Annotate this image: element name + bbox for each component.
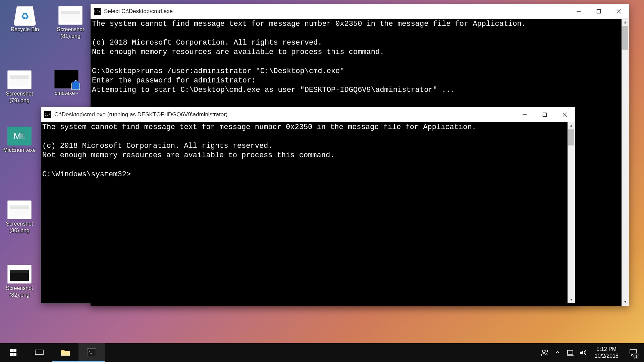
- scrollbar[interactable]: ▲ ▼: [622, 19, 629, 306]
- minimize-button[interactable]: [569, 4, 589, 19]
- tray-overflow-button[interactable]: [552, 343, 563, 362]
- console-output[interactable]: The system cannot find message text for …: [41, 122, 575, 303]
- svg-rect-11: [13, 353, 16, 356]
- recycle-bin-icon: [13, 6, 37, 25]
- desktop-icon-micenum[interactable]: ME MicEnum.exe: [3, 127, 36, 154]
- minimize-button[interactable]: [515, 107, 535, 122]
- desktop-icon-label: Screenshot (80).png: [3, 221, 36, 234]
- scrollbar[interactable]: ▲ ▼: [568, 122, 575, 303]
- taskbar[interactable]: >_ 5:12 PM 10/2/2018 1: [0, 343, 644, 362]
- desktop-icon-screenshot-82[interactable]: Screenshot (82).png: [3, 265, 36, 298]
- cmd-icon: C:\: [94, 8, 101, 15]
- image-file-icon: [7, 200, 32, 219]
- svg-rect-12: [35, 350, 43, 355]
- start-button[interactable]: [0, 343, 26, 362]
- desktop-icon-screenshot-79[interactable]: Screenshot (79).png: [3, 70, 36, 104]
- close-button[interactable]: [555, 107, 575, 122]
- clock-time: 5:12 PM: [595, 346, 619, 353]
- window-title: Select C:\Desktop\cmd.exe: [104, 8, 173, 15]
- svg-rect-5: [543, 113, 547, 116]
- window-title: C:\Desktop\cmd.exe (running as DESKTOP-I…: [54, 111, 227, 118]
- scroll-down-button[interactable]: ▼: [622, 298, 629, 306]
- image-file-icon: [7, 265, 32, 284]
- cmd-shortcut-icon: [54, 70, 78, 88]
- taskbar-file-explorer[interactable]: [52, 343, 78, 362]
- svg-rect-9: [13, 349, 16, 352]
- desktop-icon-label: Screenshot (81).png: [54, 26, 87, 40]
- scroll-up-button[interactable]: ▲: [622, 19, 629, 26]
- desktop-icon-label: Recycle Bin: [8, 26, 42, 33]
- notification-badge: 1: [633, 353, 639, 359]
- svg-text:>_: >_: [89, 350, 93, 354]
- desktop-icon-label: Screenshot (82).png: [3, 285, 36, 298]
- desktop-icon-screenshot-80[interactable]: Screenshot (80).png: [3, 200, 36, 234]
- maximize-button[interactable]: [535, 107, 555, 122]
- image-file-icon: [58, 6, 83, 25]
- taskbar-clock[interactable]: 5:12 PM 10/2/2018: [590, 346, 623, 359]
- cmd-window-2-admin[interactable]: C:\ C:\Desktop\cmd.exe (running as DESKT…: [41, 107, 575, 303]
- desktop-icon-label: Screenshot (79).png: [3, 90, 36, 104]
- desktop-icon-screenshot-81[interactable]: Screenshot (81).png: [54, 6, 87, 40]
- scroll-thumb[interactable]: [568, 129, 574, 145]
- svg-point-17: [542, 350, 545, 353]
- titlebar[interactable]: C:\ Select C:\Desktop\cmd.exe: [91, 4, 629, 19]
- scroll-track[interactable]: [622, 26, 629, 298]
- desktop-icon-label: cmd.exe -: [50, 90, 83, 97]
- image-file-icon: [7, 70, 32, 89]
- svg-point-18: [546, 350, 548, 352]
- action-center-button[interactable]: 1: [625, 343, 642, 362]
- cmd-icon: C:\: [44, 111, 51, 118]
- maximize-button[interactable]: [589, 4, 609, 19]
- svg-rect-19: [568, 350, 573, 354]
- desktop-icon-label: MicEnum.exe: [3, 147, 36, 154]
- desktop-icon-cmd-shortcut[interactable]: cmd.exe -: [50, 70, 83, 97]
- scroll-thumb[interactable]: [622, 26, 628, 50]
- taskbar-cmd[interactable]: >_: [78, 343, 105, 362]
- scroll-up-button[interactable]: ▲: [568, 122, 575, 129]
- task-view-button[interactable]: [26, 343, 52, 362]
- close-button[interactable]: [609, 4, 629, 19]
- people-icon[interactable]: [539, 343, 550, 362]
- scroll-down-button[interactable]: ▼: [568, 296, 575, 303]
- micenum-icon: ME: [7, 127, 32, 145]
- network-icon[interactable]: [565, 343, 576, 362]
- clock-date: 10/2/2018: [595, 353, 619, 359]
- svg-rect-8: [10, 349, 13, 352]
- volume-icon[interactable]: [577, 343, 589, 362]
- svg-rect-10: [10, 353, 13, 356]
- desktop-icon-recycle-bin[interactable]: Recycle Bin: [8, 6, 42, 33]
- titlebar[interactable]: C:\ C:\Desktop\cmd.exe (running as DESKT…: [41, 107, 575, 122]
- svg-rect-1: [597, 9, 601, 13]
- scroll-track[interactable]: [568, 129, 575, 296]
- svg-rect-14: [61, 351, 70, 356]
- system-tray: 5:12 PM 10/2/2018 1: [539, 343, 644, 362]
